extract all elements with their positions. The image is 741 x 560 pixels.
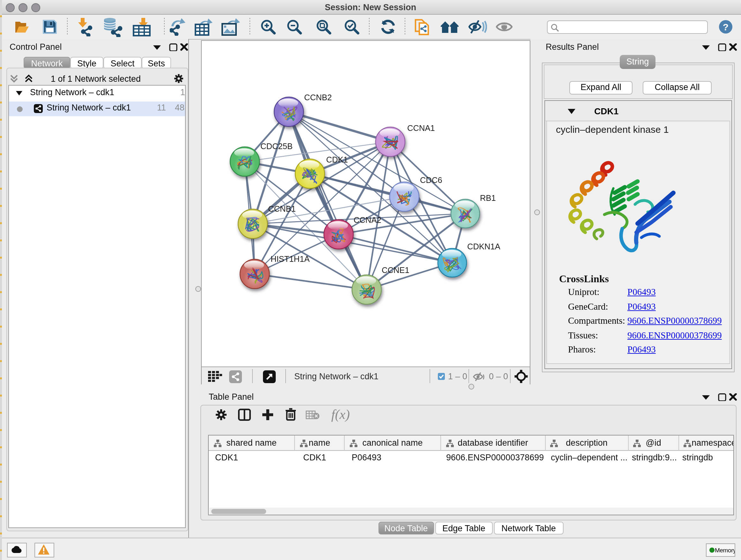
svg-text:CDC6: CDC6 [420, 176, 442, 185]
svg-text:RB1: RB1 [480, 193, 496, 202]
svg-text:?: ? [723, 22, 729, 32]
svg-text:CCNA2: CCNA2 [354, 215, 381, 225]
svg-text:CCNB1: CCNB1 [268, 204, 296, 213]
svg-text:CCNE1: CCNE1 [382, 266, 409, 274]
svg-text:CCNB2: CCNB2 [304, 93, 332, 102]
svg-text:CCNA1: CCNA1 [407, 124, 435, 132]
svg-text:CDK1: CDK1 [326, 155, 348, 164]
svg-text:CDC25B: CDC25B [260, 142, 293, 151]
svg-text:CDKN1A: CDKN1A [467, 242, 501, 251]
svg-text:HIST1H1A: HIST1H1A [271, 254, 310, 263]
